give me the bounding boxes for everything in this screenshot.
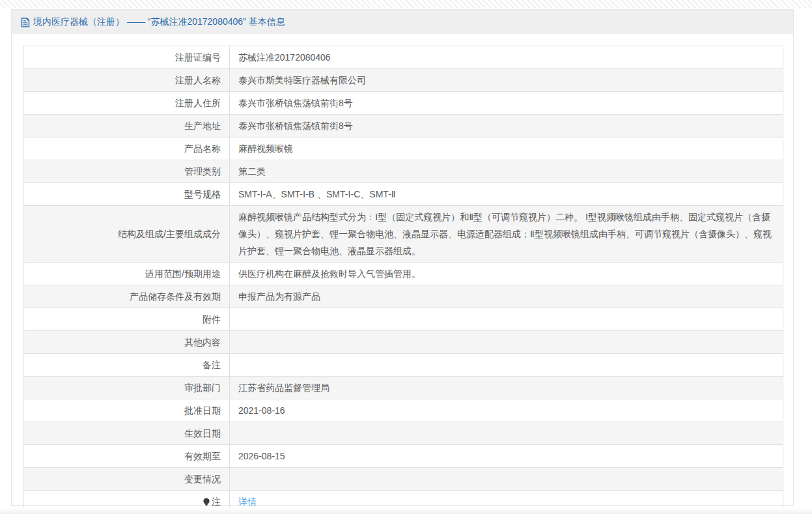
table-row: 适用范围/预期用途供医疗机构在麻醉及抢救时导入气管插管用。 bbox=[24, 263, 783, 285]
row-label: 注册人名称 bbox=[24, 69, 230, 92]
table-row: 附件 bbox=[24, 308, 783, 331]
row-value: 苏械注准20172080406 bbox=[230, 46, 783, 69]
panel-header: 境内医疗器械（注册） —— “苏械注准20172080406” 基本信息 bbox=[12, 10, 793, 34]
row-value bbox=[230, 468, 783, 491]
row-label: 变更情况 bbox=[24, 468, 230, 491]
document-icon bbox=[21, 18, 30, 27]
row-value: 泰兴市斯美特医疗器械有限公司 bbox=[230, 69, 783, 92]
bulb-icon bbox=[203, 495, 210, 504]
row-value bbox=[230, 354, 783, 377]
row-value: 供医疗机构在麻醉及抢救时导入气管插管用。 bbox=[230, 263, 783, 285]
row-label: 有效期至 bbox=[24, 445, 230, 468]
row-label: 适用范围/预期用途 bbox=[24, 263, 230, 285]
row-value: 泰兴市张桥镇焦荡镇前街8号 bbox=[230, 115, 783, 137]
row-label: 注册证编号 bbox=[24, 46, 230, 69]
row-value: SMT-Ⅰ-A、SMT-Ⅰ-B 、SMT-Ⅰ-C、SMT-Ⅱ bbox=[230, 183, 783, 206]
table-row: 产品储存条件及有效期申报产品为有源产品 bbox=[24, 285, 783, 308]
page-title: 境内医疗器械（注册） —— “苏械注准20172080406” 基本信息 bbox=[33, 16, 285, 28]
table-row: 其他内容 bbox=[24, 331, 783, 354]
row-label: 备注 bbox=[24, 354, 230, 377]
table-row: 产品名称麻醉视频喉镜 bbox=[24, 137, 783, 160]
footer-divider bbox=[0, 508, 812, 513]
row-label: 生效日期 bbox=[24, 422, 230, 445]
row-label: 其他内容 bbox=[24, 331, 230, 354]
row-label: 管理类别 bbox=[24, 160, 230, 183]
row-value: 泰兴市张桥镇焦荡镇前街8号 bbox=[230, 92, 783, 115]
row-label: 结构及组成/主要组成成分 bbox=[24, 206, 230, 263]
table-row: 备注 bbox=[24, 354, 783, 377]
details-link[interactable]: 详情 bbox=[238, 496, 257, 507]
row-value: 2021-08-16 bbox=[230, 399, 783, 422]
row-value bbox=[230, 308, 783, 331]
row-label: 批准日期 bbox=[24, 399, 230, 422]
row-label: 型号规格 bbox=[24, 183, 230, 206]
row-label: 产品储存条件及有效期 bbox=[24, 285, 230, 308]
table-row: 审批部门江苏省药品监督管理局 bbox=[24, 377, 783, 399]
table-row: 生效日期 bbox=[24, 422, 783, 445]
row-value bbox=[230, 331, 783, 354]
row-value: 第二类 bbox=[230, 160, 783, 183]
table-row: 生产地址泰兴市张桥镇焦荡镇前街8号 bbox=[24, 115, 783, 137]
row-value: 2026-08-15 bbox=[230, 445, 783, 468]
row-label: 生产地址 bbox=[24, 115, 230, 137]
registration-info-table: 注册证编号苏械注准20172080406注册人名称泰兴市斯美特医疗器械有限公司注… bbox=[23, 46, 783, 513]
table-row: 注册人名称泰兴市斯美特医疗器械有限公司 bbox=[24, 69, 783, 92]
row-value: 麻醉视频喉镜 bbox=[230, 137, 783, 160]
table-row: 注册人住所泰兴市张桥镇焦荡镇前街8号 bbox=[24, 92, 783, 115]
row-label: 审批部门 bbox=[24, 377, 230, 399]
row-value bbox=[230, 422, 783, 445]
table-row: 批准日期2021-08-16 bbox=[24, 399, 783, 422]
table-row: 结构及组成/主要组成成分麻醉视频喉镜产品结构型式分为：Ⅰ型（固定式窥视片）和Ⅱ型… bbox=[24, 206, 783, 263]
row-label: 附件 bbox=[24, 308, 230, 331]
table-row: 管理类别第二类 bbox=[24, 160, 783, 183]
table-row: 注册证编号苏械注准20172080406 bbox=[24, 46, 783, 69]
row-label: 注册人住所 bbox=[24, 92, 230, 115]
row-label: 产品名称 bbox=[24, 137, 230, 160]
registration-info-panel: 境内医疗器械（注册） —— “苏械注准20172080406” 基本信息 注册证… bbox=[11, 9, 794, 506]
table-row: 型号规格SMT-Ⅰ-A、SMT-Ⅰ-B 、SMT-Ⅰ-C、SMT-Ⅱ bbox=[24, 183, 783, 206]
row-value: 麻醉视频喉镜产品结构型式分为：Ⅰ型（固定式窥视片）和Ⅱ型（可调节窥视片）二种。 … bbox=[230, 206, 783, 263]
table-row: 有效期至2026-08-15 bbox=[24, 445, 783, 468]
page-top-texture bbox=[0, 0, 812, 8]
row-value: 江苏省药品监督管理局 bbox=[230, 377, 783, 399]
table-row: 变更情况 bbox=[24, 468, 783, 491]
row-value: 申报产品为有源产品 bbox=[230, 285, 783, 308]
